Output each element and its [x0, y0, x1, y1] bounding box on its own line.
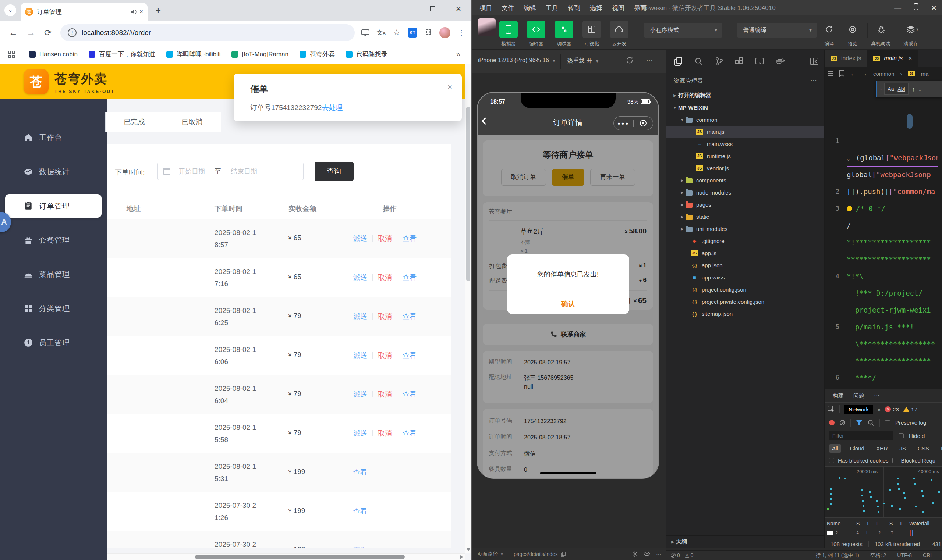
date-range-input[interactable]: 开始日期 至 结束日期 — [157, 163, 304, 180]
panel-tabs-more-icon[interactable]: ⋯ — [874, 392, 879, 399]
menu-item[interactable]: 视图 — [612, 4, 624, 12]
mode-dropdown[interactable]: 小程序模式▼ — [644, 23, 722, 37]
capsule-close-icon[interactable] — [634, 120, 653, 126]
preserve-log-checkbox[interactable] — [885, 420, 890, 425]
cursor-position[interactable]: 行 1, 列 11 (选中 1) — [816, 552, 859, 559]
outline-icon[interactable] — [828, 71, 833, 76]
footer-settings-icon[interactable] — [632, 551, 638, 557]
footer-more-icon[interactable]: ⋯ — [656, 551, 662, 557]
find-next-icon[interactable]: ↓ — [919, 86, 921, 92]
apps-grid-icon[interactable] — [8, 51, 15, 58]
translate-icon[interactable]: 文A — [377, 29, 385, 37]
tree-item[interactable]: sitemap.json — [666, 308, 824, 320]
view-link[interactable]: 查看 — [402, 274, 416, 281]
tree-item[interactable]: ▼ MP-WEIXIN — [666, 102, 824, 114]
tree-item[interactable]: ▶ components — [666, 174, 824, 186]
deliver-link[interactable]: 派送 — [353, 429, 367, 437]
menu-item[interactable]: 转到 — [568, 4, 580, 12]
sidebar-item-setmeal[interactable]: 套餐管理 — [5, 228, 102, 252]
bookmark-item[interactable]: 苍穹外卖 — [299, 50, 335, 58]
explorer-more-icon[interactable]: ⋯ — [810, 76, 817, 84]
bookmark-item[interactable]: [IoT-Mag]Raman — [231, 51, 288, 58]
capsule-more-icon[interactable]: ●●● — [614, 121, 633, 126]
network-search-icon[interactable] — [868, 420, 874, 426]
hide-data-urls-checkbox[interactable] — [899, 433, 904, 438]
url-bar[interactable]: i localhost:8082/#/order — [60, 24, 355, 41]
blocked-cookies-checkbox[interactable] — [829, 458, 834, 463]
bookmark-item[interactable]: 百度一下，你就知道 — [89, 50, 155, 58]
blocked-requests-checkbox[interactable] — [892, 458, 897, 463]
menu-item[interactable]: 选择 — [590, 4, 602, 12]
bookmark-icon[interactable] — [839, 70, 845, 77]
browser-menu-icon[interactable]: ⋮ — [458, 28, 466, 37]
deliver-link[interactable]: 派送 — [353, 274, 367, 281]
tree-item[interactable]: ▶ uni_modules — [666, 223, 824, 235]
tree-item[interactable]: .gitignore — [666, 235, 824, 247]
vertical-scrollbar[interactable] — [465, 64, 471, 553]
sidebar-item-categories[interactable]: 分类管理 — [5, 297, 102, 320]
compile-icon[interactable] — [821, 22, 837, 37]
problems-tab[interactable]: 问题 — [853, 392, 864, 399]
browser-maximize-button[interactable] — [420, 0, 446, 21]
visualization-button[interactable] — [583, 21, 601, 38]
tab-search-button[interactable]: ⌄ — [5, 5, 16, 16]
horizontal-scrollbar[interactable] — [107, 553, 465, 560]
tree-item[interactable]: project.private.config.json — [666, 295, 824, 308]
deliver-link[interactable]: 派送 — [353, 352, 367, 359]
breadcrumb-file[interactable]: ma — [921, 71, 929, 77]
nav-back-icon[interactable]: ← — [850, 71, 856, 77]
tab-audio-icon[interactable] — [131, 9, 137, 15]
menu-item[interactable]: 文件 — [501, 4, 514, 12]
bookmarks-overflow-icon[interactable]: » — [456, 50, 460, 58]
filter-pill[interactable]: All — [829, 444, 841, 452]
cloud-button[interactable] — [610, 21, 629, 38]
tree-item[interactable]: runtime.js — [666, 150, 824, 162]
tree-item[interactable]: ▶ pages — [666, 198, 824, 211]
popup-close-icon[interactable]: × — [447, 82, 452, 92]
tree-item[interactable]: main.js — [666, 126, 824, 138]
editor-tab-mainjs[interactable]: JSmain.js× — [867, 50, 918, 67]
tab-close-icon[interactable]: × — [908, 55, 912, 62]
code-editor[interactable]: 1 ⌄ (global["webpackJson global["webpack… — [825, 80, 942, 389]
problems-count[interactable]: 0 — [671, 552, 680, 558]
debugger-button[interactable] — [555, 21, 573, 38]
warnings-count[interactable]: △ 0 — [685, 552, 693, 558]
view-link[interactable]: 查看 — [402, 391, 416, 398]
vertical-scrollbar-thumb[interactable] — [466, 107, 470, 281]
cancel-link[interactable]: 取消 — [378, 352, 392, 359]
docker-icon[interactable] — [775, 58, 785, 65]
devtools-maximize-button[interactable] — [914, 3, 919, 12]
forward-icon[interactable]: → — [26, 28, 35, 38]
horizontal-scrollbar-thumb[interactable] — [195, 555, 405, 559]
deliver-link[interactable]: 派送 — [353, 391, 367, 398]
simulator-more-icon[interactable]: ⋯ — [646, 56, 654, 65]
outline-section[interactable]: ▶ 大纲 — [666, 535, 824, 548]
warning-badge[interactable]: 17 — [903, 406, 917, 412]
tree-item[interactable]: main.wxss — [666, 138, 824, 150]
cancel-link[interactable]: 取消 — [378, 235, 392, 242]
extensions-icon[interactable] — [735, 57, 743, 65]
browser-minimize-button[interactable]: — — [394, 0, 420, 21]
filter-funnel-icon[interactable] — [856, 420, 862, 426]
back-icon[interactable]: ← — [9, 28, 18, 38]
network-filter-input[interactable]: Filter — [829, 431, 893, 440]
new-tab-button[interactable]: + — [153, 5, 164, 16]
filter-pill[interactable]: JS — [897, 444, 909, 452]
bookmark-star-icon[interactable]: ☆ — [393, 28, 400, 37]
tree-item[interactable]: ▼ common — [666, 114, 824, 126]
network-timeline[interactable]: 20000 ms 40000 ms — [825, 466, 942, 518]
extensions-puzzle-icon[interactable] — [425, 29, 432, 36]
tree-item[interactable]: ▶ 打开的编辑器 — [666, 89, 824, 102]
deliver-link[interactable]: 派送 — [353, 235, 367, 242]
encoding[interactable]: UTF-8 — [897, 552, 912, 559]
bookmark-item[interactable]: Hansen.cabin — [29, 51, 78, 58]
sidebar-item-employees[interactable]: 员工管理 — [5, 331, 102, 354]
find-widget[interactable]: › Aa Abl ↑ ↓ — [876, 80, 942, 97]
eol[interactable]: CRL — [923, 552, 933, 559]
view-link[interactable]: 查看 — [402, 235, 416, 242]
editor-tab-indexjs[interactable]: JSindex.js — [825, 50, 867, 67]
view-link[interactable]: 查看 — [353, 468, 367, 476]
breadcrumb-folder[interactable]: common — [873, 71, 894, 77]
scroll-down-icon[interactable] — [467, 548, 470, 551]
footer-eye-icon[interactable] — [644, 551, 650, 557]
